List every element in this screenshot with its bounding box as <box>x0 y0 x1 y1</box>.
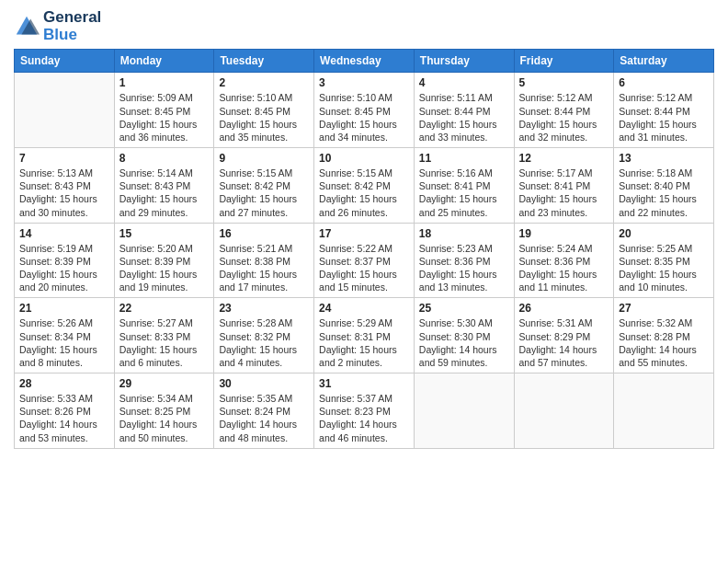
day-number: 2 <box>219 76 309 89</box>
day-info: Sunrise: 5:29 AM Sunset: 8:31 PM Dayligh… <box>319 316 409 369</box>
calendar-day-header: Monday <box>114 50 214 73</box>
calendar-cell: 31Sunrise: 5:37 AM Sunset: 8:23 PM Dayli… <box>314 373 415 449</box>
day-info: Sunrise: 5:11 AM Sunset: 8:44 PM Dayligh… <box>419 91 509 144</box>
calendar-cell: 29Sunrise: 5:34 AM Sunset: 8:25 PM Dayli… <box>114 373 214 449</box>
day-info: Sunrise: 5:18 AM Sunset: 8:40 PM Dayligh… <box>619 167 709 219</box>
header: General Blue <box>14 9 714 43</box>
day-info: Sunrise: 5:21 AM Sunset: 8:38 PM Dayligh… <box>219 242 309 294</box>
calendar-header-row: SundayMondayTuesdayWednesdayThursdayFrid… <box>15 50 714 73</box>
day-number: 25 <box>419 302 509 315</box>
page: General Blue SundayMondayTuesdayWednesda… <box>0 0 728 563</box>
calendar-cell: 3Sunrise: 5:10 AM Sunset: 8:45 PM Daylig… <box>314 73 415 148</box>
calendar-cell: 16Sunrise: 5:21 AM Sunset: 8:38 PM Dayli… <box>214 223 314 298</box>
logo-text-line1: General <box>43 9 101 27</box>
day-number: 21 <box>19 302 109 315</box>
day-number: 17 <box>319 227 409 240</box>
calendar-cell: 15Sunrise: 5:20 AM Sunset: 8:39 PM Dayli… <box>114 223 214 298</box>
calendar-cell <box>15 73 115 148</box>
logo: General Blue <box>14 9 101 43</box>
logo-icon <box>14 14 40 40</box>
day-info: Sunrise: 5:25 AM Sunset: 8:35 PM Dayligh… <box>619 242 709 294</box>
day-info: Sunrise: 5:14 AM Sunset: 8:43 PM Dayligh… <box>119 167 210 219</box>
calendar-cell <box>614 373 714 449</box>
day-info: Sunrise: 5:19 AM Sunset: 8:39 PM Dayligh… <box>19 242 109 294</box>
day-info: Sunrise: 5:20 AM Sunset: 8:39 PM Dayligh… <box>119 242 210 294</box>
day-info: Sunrise: 5:31 AM Sunset: 8:29 PM Dayligh… <box>519 316 609 369</box>
calendar-cell: 1Sunrise: 5:09 AM Sunset: 8:45 PM Daylig… <box>114 73 214 148</box>
day-number: 7 <box>19 152 109 165</box>
day-number: 10 <box>319 152 409 165</box>
day-number: 18 <box>419 227 509 240</box>
calendar-cell: 22Sunrise: 5:27 AM Sunset: 8:33 PM Dayli… <box>114 298 214 373</box>
day-info: Sunrise: 5:22 AM Sunset: 8:37 PM Dayligh… <box>319 242 409 294</box>
day-number: 5 <box>519 76 609 89</box>
day-info: Sunrise: 5:32 AM Sunset: 8:28 PM Dayligh… <box>619 316 709 369</box>
day-number: 8 <box>119 152 210 165</box>
calendar-cell: 26Sunrise: 5:31 AM Sunset: 8:29 PM Dayli… <box>514 298 614 373</box>
day-info: Sunrise: 5:28 AM Sunset: 8:32 PM Dayligh… <box>219 316 309 369</box>
calendar-cell: 19Sunrise: 5:24 AM Sunset: 8:36 PM Dayli… <box>514 223 614 298</box>
day-number: 12 <box>519 152 609 165</box>
day-number: 3 <box>319 76 409 89</box>
calendar-day-header: Sunday <box>15 50 115 73</box>
calendar-week-row: 14Sunrise: 5:19 AM Sunset: 8:39 PM Dayli… <box>15 223 714 298</box>
calendar-day-header: Wednesday <box>314 50 415 73</box>
day-info: Sunrise: 5:37 AM Sunset: 8:23 PM Dayligh… <box>319 392 409 444</box>
calendar-cell: 8Sunrise: 5:14 AM Sunset: 8:43 PM Daylig… <box>114 148 214 224</box>
calendar-day-header: Saturday <box>614 50 714 73</box>
calendar-week-row: 28Sunrise: 5:33 AM Sunset: 8:26 PM Dayli… <box>15 373 714 449</box>
day-info: Sunrise: 5:24 AM Sunset: 8:36 PM Dayligh… <box>519 242 609 294</box>
day-info: Sunrise: 5:12 AM Sunset: 8:44 PM Dayligh… <box>619 91 709 144</box>
calendar-week-row: 7Sunrise: 5:13 AM Sunset: 8:43 PM Daylig… <box>15 148 714 224</box>
day-number: 11 <box>419 152 509 165</box>
day-info: Sunrise: 5:33 AM Sunset: 8:26 PM Dayligh… <box>19 392 109 444</box>
day-info: Sunrise: 5:30 AM Sunset: 8:30 PM Dayligh… <box>419 316 509 369</box>
calendar-cell: 17Sunrise: 5:22 AM Sunset: 8:37 PM Dayli… <box>314 223 415 298</box>
calendar-cell: 30Sunrise: 5:35 AM Sunset: 8:24 PM Dayli… <box>214 373 314 449</box>
logo-text-line2: Blue <box>43 27 101 44</box>
calendar-cell: 20Sunrise: 5:25 AM Sunset: 8:35 PM Dayli… <box>614 223 714 298</box>
day-number: 31 <box>319 377 409 390</box>
day-number: 19 <box>519 227 609 240</box>
day-number: 13 <box>619 152 709 165</box>
day-info: Sunrise: 5:26 AM Sunset: 8:34 PM Dayligh… <box>19 316 109 369</box>
calendar-cell: 25Sunrise: 5:30 AM Sunset: 8:30 PM Dayli… <box>414 298 514 373</box>
day-number: 28 <box>19 377 109 390</box>
calendar-cell: 12Sunrise: 5:17 AM Sunset: 8:41 PM Dayli… <box>514 148 614 224</box>
calendar-cell: 2Sunrise: 5:10 AM Sunset: 8:45 PM Daylig… <box>214 73 314 148</box>
day-number: 6 <box>619 76 709 89</box>
calendar-week-row: 1Sunrise: 5:09 AM Sunset: 8:45 PM Daylig… <box>15 73 714 148</box>
day-number: 14 <box>19 227 109 240</box>
calendar-cell: 23Sunrise: 5:28 AM Sunset: 8:32 PM Dayli… <box>214 298 314 373</box>
day-info: Sunrise: 5:35 AM Sunset: 8:24 PM Dayligh… <box>219 392 309 444</box>
day-info: Sunrise: 5:16 AM Sunset: 8:41 PM Dayligh… <box>419 167 509 219</box>
day-number: 30 <box>219 377 309 390</box>
calendar-cell: 10Sunrise: 5:15 AM Sunset: 8:42 PM Dayli… <box>314 148 415 224</box>
day-number: 16 <box>219 227 309 240</box>
day-number: 27 <box>619 302 709 315</box>
day-info: Sunrise: 5:34 AM Sunset: 8:25 PM Dayligh… <box>119 392 210 444</box>
calendar-cell: 28Sunrise: 5:33 AM Sunset: 8:26 PM Dayli… <box>15 373 115 449</box>
calendar-cell: 14Sunrise: 5:19 AM Sunset: 8:39 PM Dayli… <box>15 223 115 298</box>
day-number: 23 <box>219 302 309 315</box>
day-number: 29 <box>119 377 210 390</box>
calendar-cell <box>414 373 514 449</box>
day-number: 24 <box>319 302 409 315</box>
calendar-week-row: 21Sunrise: 5:26 AM Sunset: 8:34 PM Dayli… <box>15 298 714 373</box>
day-info: Sunrise: 5:10 AM Sunset: 8:45 PM Dayligh… <box>319 91 409 144</box>
day-number: 1 <box>119 76 210 89</box>
calendar-cell: 24Sunrise: 5:29 AM Sunset: 8:31 PM Dayli… <box>314 298 415 373</box>
day-number: 26 <box>519 302 609 315</box>
calendar-day-header: Friday <box>514 50 614 73</box>
day-info: Sunrise: 5:15 AM Sunset: 8:42 PM Dayligh… <box>319 167 409 219</box>
day-info: Sunrise: 5:15 AM Sunset: 8:42 PM Dayligh… <box>219 167 309 219</box>
day-info: Sunrise: 5:23 AM Sunset: 8:36 PM Dayligh… <box>419 242 509 294</box>
day-info: Sunrise: 5:17 AM Sunset: 8:41 PM Dayligh… <box>519 167 609 219</box>
calendar-cell: 6Sunrise: 5:12 AM Sunset: 8:44 PM Daylig… <box>614 73 714 148</box>
calendar-cell: 18Sunrise: 5:23 AM Sunset: 8:36 PM Dayli… <box>414 223 514 298</box>
day-number: 20 <box>619 227 709 240</box>
calendar-day-header: Tuesday <box>214 50 314 73</box>
calendar-cell: 7Sunrise: 5:13 AM Sunset: 8:43 PM Daylig… <box>15 148 115 224</box>
day-info: Sunrise: 5:09 AM Sunset: 8:45 PM Dayligh… <box>119 91 210 144</box>
day-number: 9 <box>219 152 309 165</box>
